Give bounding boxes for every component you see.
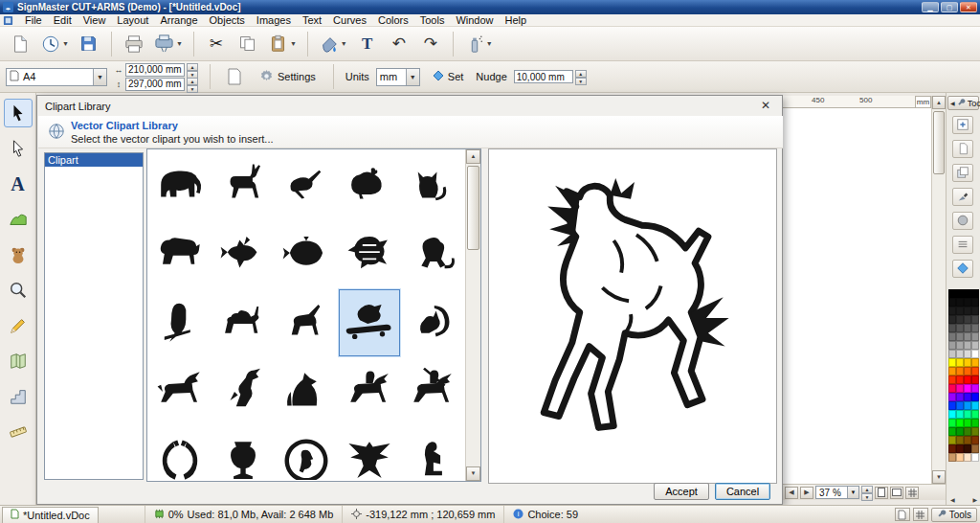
cancel-button[interactable]: Cancel <box>715 483 770 500</box>
color-swatch[interactable] <box>956 419 964 427</box>
color-swatch[interactable] <box>971 384 979 393</box>
combo-arrow-icon[interactable]: ▼ <box>93 69 106 85</box>
height-spinner[interactable]: ▲▼ <box>187 78 198 91</box>
color-swatch[interactable] <box>964 332 971 341</box>
color-swatch[interactable] <box>964 444 971 453</box>
clipart-item-turtle[interactable] <box>338 219 401 288</box>
zoom-dropdown-icon[interactable]: ▼ <box>847 487 858 498</box>
color-swatch[interactable] <box>971 401 979 410</box>
clipart-item-horseshoe[interactable] <box>148 426 212 480</box>
gem-button[interactable] <box>952 260 973 278</box>
zoom-spinner[interactable]: ▲▼ <box>861 486 873 499</box>
fill-button[interactable]: ▼ <box>316 30 350 58</box>
color-swatch[interactable] <box>956 298 964 307</box>
layers-button[interactable] <box>952 164 973 182</box>
zoom-combo[interactable]: 37 % ▼ <box>815 486 859 499</box>
category-item-clipart[interactable]: Clipart <box>45 153 143 167</box>
blank-page-button[interactable] <box>222 65 247 88</box>
color-swatch[interactable] <box>971 324 979 332</box>
color-swatch[interactable] <box>964 453 971 462</box>
color-swatch[interactable] <box>956 289 964 298</box>
color-swatch[interactable] <box>956 444 964 453</box>
color-swatch[interactable] <box>956 324 964 332</box>
color-swatch[interactable] <box>956 332 964 341</box>
menu-file[interactable]: File <box>19 14 48 27</box>
clipart-item-horse-trotting[interactable] <box>148 357 212 426</box>
menu-window[interactable]: Window <box>450 14 499 27</box>
color-swatch[interactable] <box>971 393 979 401</box>
color-swatch[interactable] <box>971 350 979 358</box>
color-swatch[interactable] <box>956 401 964 410</box>
color-swatch[interactable] <box>971 332 979 341</box>
clipart-item-squirrel[interactable] <box>401 288 464 357</box>
color-swatch[interactable] <box>964 358 971 367</box>
color-swatch[interactable] <box>971 298 979 307</box>
draw-tool[interactable] <box>4 311 33 340</box>
color-swatch[interactable] <box>956 410 964 419</box>
color-swatch[interactable] <box>971 453 979 462</box>
color-swatch[interactable] <box>971 289 979 298</box>
menu-arrange[interactable]: Arrange <box>154 14 203 27</box>
scroll-left-button[interactable]: ◀ <box>785 487 798 499</box>
select-tool[interactable] <box>4 99 33 127</box>
color-swatch[interactable] <box>971 375 979 384</box>
clipart-tool[interactable] <box>4 240 33 269</box>
save-button[interactable] <box>75 30 103 58</box>
scrollbar-thumb[interactable] <box>467 166 479 250</box>
color-swatch[interactable] <box>956 427 964 436</box>
color-swatch[interactable] <box>956 315 964 324</box>
dropdown-arrow-icon[interactable]: ▼ <box>176 40 183 47</box>
settings-button[interactable]: Settings <box>254 65 322 88</box>
paste-button[interactable]: ▼ <box>265 30 300 58</box>
category-list[interactable]: Clipart <box>44 152 144 480</box>
color-swatch[interactable] <box>948 315 956 324</box>
set-button[interactable]: Set <box>427 65 470 88</box>
color-swatch[interactable] <box>964 384 971 393</box>
color-swatch[interactable] <box>956 358 964 367</box>
clipart-item-knight-on-horse[interactable] <box>401 357 464 426</box>
scroll-up-icon[interactable]: ▲ <box>932 96 946 109</box>
color-swatch[interactable] <box>956 384 964 393</box>
spray-button[interactable]: ▼ <box>461 30 496 58</box>
menu-help[interactable]: Help <box>500 14 533 27</box>
zoom-tool[interactable] <box>4 276 33 305</box>
menu-layout[interactable]: Layout <box>111 14 154 27</box>
shape-tool[interactable] <box>4 205 33 234</box>
color-swatch[interactable] <box>948 341 956 350</box>
node-edit-tool[interactable] <box>4 134 33 163</box>
scroll-up-icon[interactable]: ▲ <box>466 149 480 164</box>
color-swatch[interactable] <box>964 436 971 444</box>
color-swatch[interactable] <box>948 444 956 453</box>
color-swatch[interactable] <box>971 341 979 350</box>
color-swatch[interactable] <box>971 315 979 324</box>
scroll-down-icon[interactable]: ▼ <box>932 470 946 484</box>
clipart-item-parrot[interactable] <box>148 288 212 357</box>
palette-scroll-arrows[interactable]: ◀▶ <box>947 496 980 503</box>
pages-button[interactable] <box>895 508 910 521</box>
color-swatch[interactable] <box>964 315 971 324</box>
menu-colors[interactable]: Colors <box>372 14 414 27</box>
color-swatch[interactable] <box>948 367 956 375</box>
color-swatch[interactable] <box>948 350 956 358</box>
clipart-item-monkey[interactable] <box>401 219 464 288</box>
dropdown-arrow-icon[interactable]: ▼ <box>486 40 493 47</box>
fit-width-button[interactable] <box>890 487 903 499</box>
color-swatch[interactable] <box>964 375 971 384</box>
text-tool[interactable]: A <box>4 170 33 198</box>
color-swatch[interactable] <box>948 375 956 384</box>
tools-toggle-button[interactable]: Tools <box>931 508 977 522</box>
units-combo[interactable]: mm ▼ <box>376 68 420 86</box>
color-swatch[interactable] <box>956 341 964 350</box>
grid-scrollbar[interactable]: ▲ ▼ <box>465 149 480 481</box>
nudge-spinner[interactable]: ▲▼ <box>575 70 587 83</box>
scrollbar-thumb[interactable] <box>933 111 945 174</box>
color-swatch[interactable] <box>956 393 964 401</box>
color-swatch[interactable] <box>956 375 964 384</box>
page-width-field[interactable]: 210,000 mm <box>125 63 185 77</box>
redo-button[interactable]: ↷ <box>416 30 445 58</box>
color-swatch[interactable] <box>948 289 956 298</box>
layers-tool[interactable] <box>4 382 33 411</box>
clipart-item-camel[interactable] <box>212 288 275 357</box>
nudge-field[interactable]: 10,000 mm <box>514 70 573 83</box>
clipart-item-deer[interactable] <box>212 150 275 219</box>
